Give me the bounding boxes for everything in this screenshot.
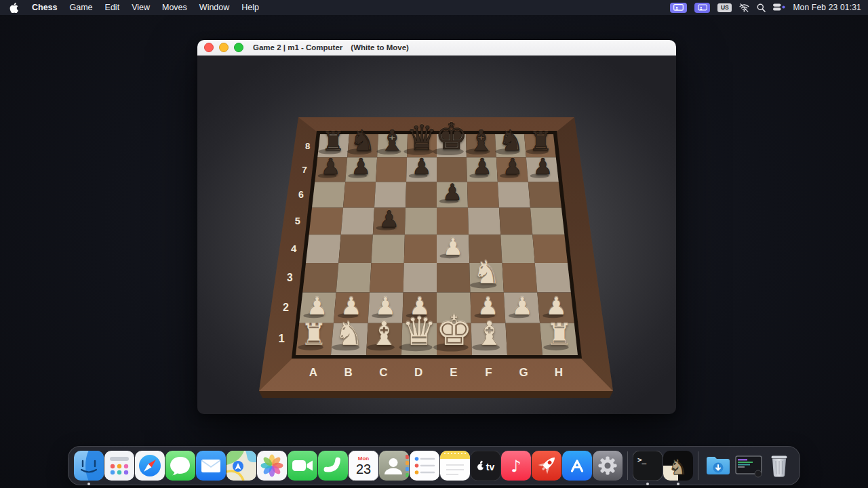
menu-items: ChessGameEditViewMovesWindowHelp: [26, 3, 265, 12]
piece-black-pawn-b7[interactable]: ♟: [351, 156, 370, 178]
piece-white-rook-h1[interactable]: ♜: [546, 321, 573, 350]
dock-item-notes[interactable]: [440, 451, 470, 481]
piece-black-rook-h8[interactable]: ♜: [529, 128, 553, 155]
menu-item-view[interactable]: View: [125, 3, 156, 12]
piece-white-rook-a1[interactable]: ♜: [300, 321, 328, 350]
dock-item-terminal[interactable]: >_: [633, 451, 663, 481]
piece-black-pawn-h7[interactable]: ♟: [533, 156, 553, 178]
dock-item-calendar[interactable]: Mon23: [349, 451, 378, 481]
running-indicator-finder: [87, 483, 90, 485]
dock-item-rocket[interactable]: [532, 451, 561, 481]
dock-item-appstore[interactable]: [562, 451, 592, 481]
spotlight-icon[interactable]: [757, 3, 766, 12]
chess-pieces-layer: ♜♞♝♛♚♝♞♜♟♟♟♟♟♟♟♟♟♞♟♟♟♟♟♟♟♜♞♝♛♚♝♜: [197, 56, 676, 414]
finder-icon: [74, 451, 104, 481]
piece-white-knight-b1[interactable]: ♞: [334, 318, 363, 350]
piece-black-king-e8[interactable]: ♚: [435, 119, 469, 155]
svg-text:♪: ♪: [511, 457, 521, 476]
facetime-icon: [288, 451, 317, 481]
piece-white-pawn-e4[interactable]: ♟: [442, 235, 463, 259]
keyboard-layout-badge[interactable]: US: [717, 3, 732, 12]
window-title-game: Game 2 | m1 - Computer: [253, 43, 342, 52]
screen-share-button-1[interactable]: [670, 3, 687, 13]
piece-black-pawn-d7[interactable]: ♟: [412, 156, 431, 178]
piece-black-pawn-f7[interactable]: ♟: [472, 156, 492, 178]
dock-item-facetime[interactable]: [288, 451, 317, 481]
dock-item-music[interactable]: ♪: [501, 451, 531, 481]
dock-item-settings[interactable]: [593, 451, 623, 481]
dock-item-maps[interactable]: [226, 451, 256, 481]
menu-item-moves[interactable]: Moves: [156, 3, 193, 12]
piece-white-pawn-a2[interactable]: ♟: [306, 294, 328, 319]
menu-item-help[interactable]: Help: [235, 3, 265, 12]
dock-item-minimized-window[interactable]: [734, 451, 764, 481]
piece-black-bishop-f8[interactable]: ♝: [468, 125, 494, 155]
screen-share-button-2[interactable]: [694, 3, 710, 13]
piece-black-bishop-c8[interactable]: ♝: [379, 125, 405, 155]
contacts-icon: [379, 451, 409, 481]
rocket-icon: [532, 451, 561, 481]
dock-item-appletv[interactable]: tv: [471, 451, 500, 481]
dock-item-contacts[interactable]: [379, 451, 409, 481]
svg-text:Mon: Mon: [358, 455, 370, 462]
calendar-icon: Mon23: [349, 451, 378, 481]
piece-black-knight-b8[interactable]: ♞: [349, 125, 375, 155]
piece-white-king-e1[interactable]: ♚: [435, 310, 473, 351]
dock: Mon23tv♪>_♞: [68, 446, 800, 485]
running-indicator-chess: [677, 483, 679, 485]
piece-white-bishop-f1[interactable]: ♝: [475, 318, 504, 350]
menu-item-game[interactable]: Game: [64, 3, 99, 12]
minimized-window-icon: [734, 451, 764, 481]
piece-black-pawn-e6[interactable]: ♟: [442, 181, 462, 203]
running-indicator-terminal: [646, 483, 649, 485]
dock-item-messages[interactable]: [165, 451, 195, 481]
downloads-icon: [703, 451, 733, 481]
close-button[interactable]: [204, 43, 214, 52]
piece-white-knight-f3[interactable]: ♞: [473, 257, 501, 289]
wifi-off-icon[interactable]: [739, 3, 749, 12]
dock-item-reminders[interactable]: [410, 451, 439, 481]
messages-icon: [165, 451, 195, 481]
maps-icon: [226, 451, 256, 481]
menu-item-chess[interactable]: Chess: [26, 3, 64, 12]
dock-item-finder[interactable]: [74, 451, 104, 481]
piece-white-queen-d1[interactable]: ♛: [401, 312, 437, 351]
settings-icon: [593, 451, 623, 481]
minimize-button[interactable]: [219, 43, 229, 52]
menu-bar-status: US Mon Feb 23 01:31: [670, 3, 868, 13]
piece-black-queen-d8[interactable]: ♛: [406, 120, 437, 155]
terminal-icon: >_: [633, 451, 663, 481]
dock-item-chess[interactable]: ♞: [663, 451, 693, 481]
piece-black-rook-a8[interactable]: ♜: [321, 128, 344, 155]
piece-white-bishop-c1[interactable]: ♝: [370, 318, 399, 350]
menu-bar-clock[interactable]: Mon Feb 23 01:31: [793, 3, 861, 12]
piece-black-pawn-g7[interactable]: ♟: [502, 156, 522, 178]
piece-black-knight-g8[interactable]: ♞: [498, 125, 524, 155]
window-title-bar[interactable]: Game 2 | m1 - Computer (White to Move): [197, 40, 676, 56]
piece-white-pawn-h2[interactable]: ♟: [545, 294, 567, 319]
control-center-stack-icon[interactable]: [773, 3, 785, 12]
menu-item-edit[interactable]: Edit: [99, 3, 126, 12]
window-title-state: (White to Move): [351, 43, 409, 52]
dock-item-mail[interactable]: [196, 451, 226, 481]
dock-item-phone[interactable]: [318, 451, 348, 481]
apple-menu-icon[interactable]: [8, 2, 19, 13]
dock-item-safari[interactable]: [135, 451, 165, 481]
dock-item-downloads[interactable]: [703, 451, 733, 481]
appletv-icon: tv: [471, 451, 500, 481]
menu-item-window[interactable]: Window: [193, 3, 235, 12]
piece-black-pawn-c5[interactable]: ♟: [378, 207, 399, 230]
music-icon: ♪: [501, 451, 531, 481]
dock-item-trash[interactable]: [764, 451, 794, 481]
mail-icon: [196, 451, 226, 481]
piece-black-pawn-a7[interactable]: ♟: [321, 156, 340, 178]
dock-divider: [627, 451, 628, 480]
piece-white-pawn-g2[interactable]: ♟: [511, 294, 533, 319]
safari-icon: [135, 451, 165, 481]
dock-item-launchpad[interactable]: [104, 451, 134, 481]
trash-icon: [764, 451, 794, 481]
launchpad-icon: [104, 451, 134, 481]
dock-item-photos[interactable]: [257, 451, 287, 481]
zoom-button[interactable]: [234, 43, 243, 52]
appstore-icon: [562, 451, 592, 481]
